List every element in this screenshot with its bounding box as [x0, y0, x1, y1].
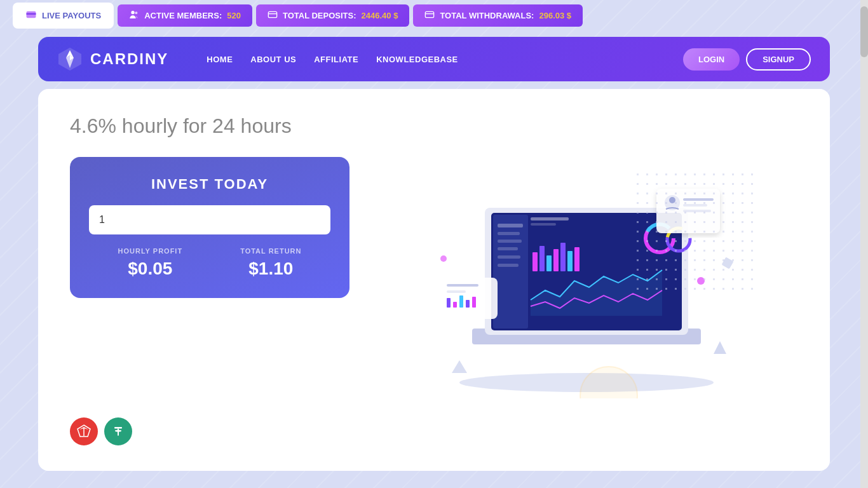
svg-rect-17	[498, 224, 523, 227]
hero-card: 4.6% hourly for 24 hours INVEST TODAY HO…	[38, 89, 830, 471]
svg-marker-50	[714, 341, 726, 354]
svg-rect-22	[498, 264, 519, 267]
invest-title: INVEST TODAY	[89, 176, 330, 193]
svg-rect-48	[466, 300, 470, 308]
svg-rect-16	[493, 215, 528, 329]
withdrawals-icon	[424, 10, 435, 22]
total-deposits-label: TOTAL DEPOSITS:	[283, 11, 356, 20]
total-return-value: $1.10	[240, 259, 301, 279]
dot-pattern	[633, 170, 760, 297]
hero-content: INVEST TODAY HOURLY PROFIT $0.05 TOTAL R…	[70, 157, 798, 398]
invest-card: INVEST TODAY HOURLY PROFIT $0.05 TOTAL R…	[70, 157, 349, 298]
svg-rect-44	[447, 290, 466, 293]
logo-icon	[57, 46, 83, 72]
hourly-profit-label: HOURLY PROFIT	[118, 247, 183, 255]
signup-button[interactable]: SIGNUP	[746, 48, 811, 71]
svg-rect-6	[426, 11, 434, 17]
total-return-stat: TOTAL RETURN $1.10	[240, 247, 301, 279]
svg-rect-27	[560, 243, 566, 271]
nav-actions: LOGIN SIGNUP	[683, 48, 811, 71]
login-button[interactable]: LOGIN	[683, 48, 740, 71]
svg-rect-60	[118, 429, 119, 436]
svg-rect-24	[539, 246, 545, 271]
svg-rect-20	[498, 247, 518, 250]
svg-rect-34	[531, 217, 569, 220]
svg-rect-47	[459, 295, 463, 308]
total-deposits-stat: TOTAL DEPOSITS: 2446.40 $	[256, 4, 409, 27]
live-payouts-icon	[25, 9, 37, 22]
tether-icon[interactable]	[104, 417, 132, 445]
svg-rect-43	[447, 284, 478, 287]
svg-rect-45	[447, 298, 451, 308]
total-return-label: TOTAL RETURN	[240, 247, 301, 255]
svg-rect-59	[114, 427, 122, 429]
scrollbar[interactable]	[860, 0, 868, 488]
active-members-stat: ACTIVE MEMBERS: 520	[118, 4, 252, 27]
svg-rect-46	[453, 302, 457, 308]
logo-text: CARDINY	[90, 50, 168, 68]
svg-rect-4	[268, 11, 276, 17]
invest-stats: HOURLY PROFIT $0.05 TOTAL RETURN $1.10	[89, 247, 330, 279]
nav-about[interactable]: ABOUT US	[250, 55, 296, 64]
svg-rect-35	[531, 223, 556, 226]
top-stats-bar: LIVE PAYOUTS ACTIVE MEMBERS: 520 TOTAL D…	[0, 0, 868, 30]
tron-icon[interactable]	[70, 417, 98, 445]
svg-rect-28	[567, 251, 573, 271]
svg-rect-21	[498, 255, 520, 259]
total-withdrawals-value: 296.03 $	[539, 11, 571, 20]
total-withdrawals-stat: TOTAL WITHDRAWALS: 296.03 $	[413, 4, 583, 27]
nav-home[interactable]: HOME	[207, 55, 233, 64]
total-deposits-value: 2446.40 $	[362, 11, 398, 20]
live-payouts-tab[interactable]: LIVE PAYOUTS	[13, 3, 114, 29]
nav-affiliate[interactable]: AFFILIATE	[314, 55, 358, 64]
svg-point-3	[135, 11, 138, 14]
live-payouts-label: LIVE PAYOUTS	[42, 11, 101, 20]
svg-point-61	[115, 430, 121, 432]
svg-rect-49	[472, 297, 476, 308]
active-members-label: ACTIVE MEMBERS:	[144, 11, 222, 20]
nav-links: HOME ABOUT US AFFILIATE KNOWLEDGEBASE	[207, 55, 683, 64]
scrollbar-thumb[interactable]	[860, 6, 868, 57]
svg-point-54	[440, 255, 447, 262]
dashboard-illustration	[375, 157, 798, 398]
navbar: CARDINY HOME ABOUT US AFFILIATE KNOWLEDG…	[38, 37, 830, 81]
active-members-value: 520	[227, 11, 241, 20]
people-icon	[129, 10, 139, 22]
hero-title: 4.6% hourly for 24 hours	[70, 114, 798, 138]
logo-area: CARDINY	[57, 46, 168, 72]
svg-rect-23	[532, 252, 538, 271]
svg-rect-29	[574, 247, 580, 271]
hourly-profit-stat: HOURLY PROFIT $0.05	[118, 247, 183, 279]
svg-marker-51	[452, 360, 467, 373]
nav-knowledgebase[interactable]: KNOWLEDGEBASE	[376, 55, 458, 64]
total-withdrawals-label: TOTAL WITHDRAWALS:	[440, 11, 534, 20]
svg-rect-1	[27, 13, 36, 14]
main-wrapper: CARDINY HOME ABOUT US AFFILIATE KNOWLEDG…	[0, 30, 868, 477]
svg-rect-25	[546, 255, 552, 271]
svg-point-55	[580, 367, 637, 398]
svg-rect-19	[498, 240, 522, 243]
deposits-icon	[268, 10, 278, 22]
hourly-profit-value: $0.05	[118, 259, 183, 279]
svg-point-2	[132, 11, 135, 14]
svg-rect-18	[498, 232, 520, 235]
footer: © 2022. CARDINY.NET. ALL RIGHTS RESERVED…	[0, 477, 868, 488]
invest-input[interactable]	[89, 205, 330, 234]
crypto-icons	[70, 417, 798, 445]
svg-rect-26	[553, 249, 559, 271]
